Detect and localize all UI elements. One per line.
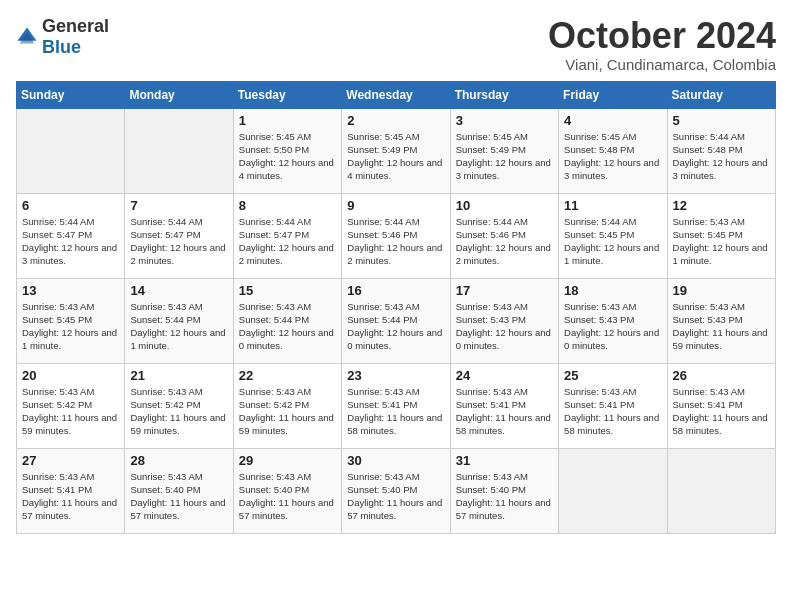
day-number: 13 <box>22 283 119 298</box>
day-info: Sunrise: 5:45 AM Sunset: 5:50 PM Dayligh… <box>239 130 336 183</box>
day-info: Sunrise: 5:43 AM Sunset: 5:43 PM Dayligh… <box>673 300 770 353</box>
calendar-cell: 21Sunrise: 5:43 AM Sunset: 5:42 PM Dayli… <box>125 363 233 448</box>
day-number: 31 <box>456 453 553 468</box>
calendar-cell: 8Sunrise: 5:44 AM Sunset: 5:47 PM Daylig… <box>233 193 341 278</box>
day-number: 24 <box>456 368 553 383</box>
week-row-1: 1Sunrise: 5:45 AM Sunset: 5:50 PM Daylig… <box>17 108 776 193</box>
week-row-5: 27Sunrise: 5:43 AM Sunset: 5:41 PM Dayli… <box>17 448 776 533</box>
calendar-table: SundayMondayTuesdayWednesdayThursdayFrid… <box>16 81 776 534</box>
calendar-cell: 3Sunrise: 5:45 AM Sunset: 5:49 PM Daylig… <box>450 108 558 193</box>
day-number: 14 <box>130 283 227 298</box>
calendar-cell: 9Sunrise: 5:44 AM Sunset: 5:46 PM Daylig… <box>342 193 450 278</box>
day-info: Sunrise: 5:43 AM Sunset: 5:41 PM Dayligh… <box>456 385 553 438</box>
calendar-cell: 15Sunrise: 5:43 AM Sunset: 5:44 PM Dayli… <box>233 278 341 363</box>
day-info: Sunrise: 5:44 AM Sunset: 5:46 PM Dayligh… <box>347 215 444 268</box>
day-number: 8 <box>239 198 336 213</box>
calendar-cell: 18Sunrise: 5:43 AM Sunset: 5:43 PM Dayli… <box>559 278 667 363</box>
logo: General Blue <box>16 16 109 58</box>
day-info: Sunrise: 5:44 AM Sunset: 5:46 PM Dayligh… <box>456 215 553 268</box>
calendar-cell: 25Sunrise: 5:43 AM Sunset: 5:41 PM Dayli… <box>559 363 667 448</box>
day-header-friday: Friday <box>559 81 667 108</box>
day-number: 30 <box>347 453 444 468</box>
day-number: 20 <box>22 368 119 383</box>
day-number: 23 <box>347 368 444 383</box>
day-info: Sunrise: 5:45 AM Sunset: 5:48 PM Dayligh… <box>564 130 661 183</box>
day-info: Sunrise: 5:43 AM Sunset: 5:41 PM Dayligh… <box>347 385 444 438</box>
day-number: 15 <box>239 283 336 298</box>
day-number: 10 <box>456 198 553 213</box>
day-number: 22 <box>239 368 336 383</box>
calendar-cell: 7Sunrise: 5:44 AM Sunset: 5:47 PM Daylig… <box>125 193 233 278</box>
calendar-cell: 28Sunrise: 5:43 AM Sunset: 5:40 PM Dayli… <box>125 448 233 533</box>
day-number: 2 <box>347 113 444 128</box>
calendar-cell <box>667 448 775 533</box>
day-info: Sunrise: 5:43 AM Sunset: 5:43 PM Dayligh… <box>456 300 553 353</box>
day-header-wednesday: Wednesday <box>342 81 450 108</box>
calendar-cell: 1Sunrise: 5:45 AM Sunset: 5:50 PM Daylig… <box>233 108 341 193</box>
calendar-cell: 20Sunrise: 5:43 AM Sunset: 5:42 PM Dayli… <box>17 363 125 448</box>
day-info: Sunrise: 5:43 AM Sunset: 5:41 PM Dayligh… <box>673 385 770 438</box>
day-number: 6 <box>22 198 119 213</box>
day-info: Sunrise: 5:45 AM Sunset: 5:49 PM Dayligh… <box>347 130 444 183</box>
calendar-cell: 12Sunrise: 5:43 AM Sunset: 5:45 PM Dayli… <box>667 193 775 278</box>
logo-text: General Blue <box>42 16 109 58</box>
header: General Blue October 2024 Viani, Cundina… <box>16 16 776 73</box>
day-info: Sunrise: 5:43 AM Sunset: 5:44 PM Dayligh… <box>347 300 444 353</box>
calendar-cell: 31Sunrise: 5:43 AM Sunset: 5:40 PM Dayli… <box>450 448 558 533</box>
calendar-cell: 16Sunrise: 5:43 AM Sunset: 5:44 PM Dayli… <box>342 278 450 363</box>
day-header-monday: Monday <box>125 81 233 108</box>
calendar-cell <box>17 108 125 193</box>
day-info: Sunrise: 5:44 AM Sunset: 5:47 PM Dayligh… <box>22 215 119 268</box>
week-row-4: 20Sunrise: 5:43 AM Sunset: 5:42 PM Dayli… <box>17 363 776 448</box>
day-info: Sunrise: 5:43 AM Sunset: 5:42 PM Dayligh… <box>130 385 227 438</box>
calendar-cell: 24Sunrise: 5:43 AM Sunset: 5:41 PM Dayli… <box>450 363 558 448</box>
day-info: Sunrise: 5:43 AM Sunset: 5:40 PM Dayligh… <box>130 470 227 523</box>
day-number: 9 <box>347 198 444 213</box>
calendar-cell: 29Sunrise: 5:43 AM Sunset: 5:40 PM Dayli… <box>233 448 341 533</box>
title-block: October 2024 Viani, Cundinamarca, Colomb… <box>548 16 776 73</box>
day-header-saturday: Saturday <box>667 81 775 108</box>
day-number: 28 <box>130 453 227 468</box>
day-number: 12 <box>673 198 770 213</box>
day-info: Sunrise: 5:43 AM Sunset: 5:40 PM Dayligh… <box>347 470 444 523</box>
calendar-cell: 14Sunrise: 5:43 AM Sunset: 5:44 PM Dayli… <box>125 278 233 363</box>
logo-general: General <box>42 16 109 36</box>
day-info: Sunrise: 5:43 AM Sunset: 5:45 PM Dayligh… <box>673 215 770 268</box>
day-number: 16 <box>347 283 444 298</box>
calendar-cell: 4Sunrise: 5:45 AM Sunset: 5:48 PM Daylig… <box>559 108 667 193</box>
day-info: Sunrise: 5:43 AM Sunset: 5:43 PM Dayligh… <box>564 300 661 353</box>
calendar-cell: 10Sunrise: 5:44 AM Sunset: 5:46 PM Dayli… <box>450 193 558 278</box>
day-info: Sunrise: 5:43 AM Sunset: 5:41 PM Dayligh… <box>564 385 661 438</box>
day-number: 7 <box>130 198 227 213</box>
calendar-cell: 27Sunrise: 5:43 AM Sunset: 5:41 PM Dayli… <box>17 448 125 533</box>
calendar-cell: 5Sunrise: 5:44 AM Sunset: 5:48 PM Daylig… <box>667 108 775 193</box>
day-header-tuesday: Tuesday <box>233 81 341 108</box>
day-number: 5 <box>673 113 770 128</box>
day-header-thursday: Thursday <box>450 81 558 108</box>
day-info: Sunrise: 5:45 AM Sunset: 5:49 PM Dayligh… <box>456 130 553 183</box>
week-row-3: 13Sunrise: 5:43 AM Sunset: 5:45 PM Dayli… <box>17 278 776 363</box>
day-info: Sunrise: 5:43 AM Sunset: 5:44 PM Dayligh… <box>239 300 336 353</box>
day-number: 27 <box>22 453 119 468</box>
logo-blue: Blue <box>42 37 81 57</box>
calendar-cell: 30Sunrise: 5:43 AM Sunset: 5:40 PM Dayli… <box>342 448 450 533</box>
header-row: SundayMondayTuesdayWednesdayThursdayFrid… <box>17 81 776 108</box>
day-number: 25 <box>564 368 661 383</box>
day-number: 18 <box>564 283 661 298</box>
day-number: 17 <box>456 283 553 298</box>
day-number: 4 <box>564 113 661 128</box>
week-row-2: 6Sunrise: 5:44 AM Sunset: 5:47 PM Daylig… <box>17 193 776 278</box>
calendar-cell: 26Sunrise: 5:43 AM Sunset: 5:41 PM Dayli… <box>667 363 775 448</box>
day-number: 1 <box>239 113 336 128</box>
day-info: Sunrise: 5:43 AM Sunset: 5:42 PM Dayligh… <box>22 385 119 438</box>
day-number: 21 <box>130 368 227 383</box>
day-info: Sunrise: 5:43 AM Sunset: 5:40 PM Dayligh… <box>239 470 336 523</box>
day-number: 11 <box>564 198 661 213</box>
day-info: Sunrise: 5:44 AM Sunset: 5:47 PM Dayligh… <box>130 215 227 268</box>
day-info: Sunrise: 5:43 AM Sunset: 5:45 PM Dayligh… <box>22 300 119 353</box>
day-info: Sunrise: 5:43 AM Sunset: 5:41 PM Dayligh… <box>22 470 119 523</box>
day-number: 3 <box>456 113 553 128</box>
calendar-cell: 23Sunrise: 5:43 AM Sunset: 5:41 PM Dayli… <box>342 363 450 448</box>
calendar-cell: 19Sunrise: 5:43 AM Sunset: 5:43 PM Dayli… <box>667 278 775 363</box>
day-number: 29 <box>239 453 336 468</box>
